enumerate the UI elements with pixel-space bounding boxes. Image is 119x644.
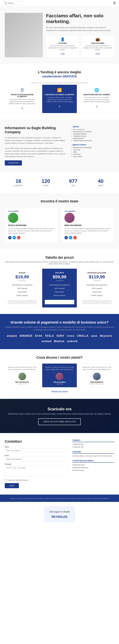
stat-label-clienti: CLIENTI xyxy=(34,185,58,186)
hosting-title: L'hosting è ancora meglio xyxy=(5,70,114,74)
team-desc-mike: Cum sociis natoque penatibus et magnis d… xyxy=(64,228,111,234)
googleplus-icon[interactable]: g xyxy=(17,236,20,240)
logo-beyourie: Beyourie xyxy=(100,334,112,337)
list-item: 100% naturale xyxy=(7,287,37,290)
list-item: 100% naturale xyxy=(45,287,74,290)
plan-per-pers: Corgredi dd/ xyxy=(82,280,112,282)
eagle-title: Informazioni su Eagle Building Company xyxy=(5,126,66,134)
team-name-paolo: PAOLO MARRONE xyxy=(8,224,55,226)
search-bar[interactable]: 🔍 xyxy=(3,1,24,5)
hosting-cards: ☰ SPAZIO DI ARCHIVIAZIONE ILLIMITATO Lor… xyxy=(5,84,114,113)
stat-clienti: 120 CLIENTI xyxy=(32,176,60,188)
markets-list: Residenziale plurifamiliare Uso misto Af… xyxy=(71,147,114,158)
cosa-facciamo-link[interactable]: DI PIÙ xyxy=(96,53,100,55)
chi-siamo-link[interactable]: DI PIÙ xyxy=(60,53,65,55)
eagle-desc1: La nostra missione è creare partnership … xyxy=(5,136,66,144)
eagle-contact-button[interactable]: CONTATTACI xyxy=(5,160,22,166)
hero-section: Facciamo affari, non solo marketing. Sia… xyxy=(0,6,119,64)
message-textarea[interactable] xyxy=(5,466,68,476)
logo-unimed: unimed xyxy=(41,340,51,343)
testimonial-avatar-bob xyxy=(93,373,101,380)
logo-sony: SONY xyxy=(56,334,64,337)
list-item: Affari xyxy=(73,151,114,153)
testimonials-link-anchor[interactable]: Anteprima dei Transact xyxy=(51,390,68,392)
testimonials-title: Cosa dicono i nostri utenti? xyxy=(5,356,114,360)
plan-button-sviluppo[interactable]: → xyxy=(45,300,74,304)
team-avatar-paolo xyxy=(8,213,18,223)
search-icon: 🔍 xyxy=(4,2,7,4)
testimonial-avatar-reynolds xyxy=(18,373,26,380)
pricing-title: Tabella dei prezzi xyxy=(5,256,114,260)
logo-medium: Medium xyxy=(54,340,64,343)
address-label: POSIZIONE xyxy=(72,451,114,454)
terms-label: I agree the Technical Service xyxy=(8,479,28,481)
testimonial-text-bob: Sample text. Click to select the text bo… xyxy=(82,366,112,371)
hero-content: Facciamo affari, non solo marketing. Sia… xyxy=(46,13,114,58)
logo-ev3a: EV3A xyxy=(35,334,42,337)
domain-title: REGISTRAZIONE DEL DOMINIO xyxy=(82,94,112,96)
cosa-facciamo-title: COSA FACCIAMO xyxy=(83,42,113,44)
service-2: Trattamenti di bellezza xyxy=(72,466,114,469)
testimonial-card-bob: Sample text. Click to select the text bo… xyxy=(80,364,114,388)
chi-siamo-desc: Quis aute irure dolor in reprehenderit i… xyxy=(48,45,77,51)
list-item: Pre-costruzione xyxy=(73,128,114,130)
facebook-icon[interactable]: f xyxy=(64,236,68,240)
name-input[interactable] xyxy=(5,448,68,453)
testimonial-role-celia: Ingegnere xyxy=(45,383,74,385)
stat-number-classifica: 16 xyxy=(6,178,30,184)
hosting-card-domain: 🌐 REGISTRAZIONE DEL DOMINIO Lorem ipsum … xyxy=(80,84,114,113)
download-desc: Utilizzate lice tincger mudane nunc id r… xyxy=(5,412,114,416)
phone1: T (206) 555 891 xyxy=(72,443,114,446)
address-text: 121 Rock Street, 21 Avenue, New York, NY… xyxy=(72,455,114,457)
twitter-icon[interactable]: t xyxy=(69,236,72,240)
email-input[interactable] xyxy=(5,457,68,461)
testimonials-cards: Sample text. Click to select the text bo… xyxy=(5,364,114,388)
testimonial-name-reynolds: NAT REYNOLDS xyxy=(7,381,37,383)
search-input[interactable] xyxy=(8,2,22,4)
download-title: Scaricalo ora xyxy=(5,407,114,411)
team-socials-mike: f t g xyxy=(64,236,111,240)
hero-card-chi-siamo: 👤 CHI SIAMO Quis aute irure dolor in rep… xyxy=(46,35,79,58)
cosa-facciamo-desc: Quis aute irure dolor in reprehenderit i… xyxy=(83,45,113,51)
download-button[interactable]: CREA UN SITO WEB GRATUITO xyxy=(38,418,81,425)
team-role-paolo: Team Member xyxy=(8,210,55,212)
hosting-section: L'hosting è ancora meglio caratteristich… xyxy=(0,64,119,120)
plan-button-design[interactable]: → xyxy=(7,300,37,304)
terms-checkbox[interactable] xyxy=(5,479,7,481)
menu-icon[interactable]: ☰ xyxy=(113,2,116,5)
reynolds-click-text: Click again or double xyxy=(49,510,70,514)
stat-label-premi: PREMI xyxy=(89,185,113,186)
googleplus-icon[interactable]: g xyxy=(73,236,77,240)
domain-arrow[interactable]: ∨ xyxy=(82,105,112,108)
list-item: Design/Architettura xyxy=(73,133,114,135)
submit-button[interactable]: INVIA xyxy=(5,483,19,488)
plan-button-pers[interactable]: → xyxy=(82,300,112,304)
testimonials-link[interactable]: Anteprima dei Transact xyxy=(5,390,114,392)
storage-arrow[interactable]: ∨ xyxy=(7,107,37,110)
plan-features-sviluppo: Splendidissimam progressivit 100% natura… xyxy=(45,283,74,297)
contact-address-block: POSIZIONE 121 Rock Street, 21 Avenue, Ne… xyxy=(72,451,114,457)
testimonial-text-reynolds: Sample text. Click to select the text bo… xyxy=(7,366,37,371)
reynolds-section: Click again or double REYNOLDS xyxy=(0,502,119,526)
contact-title: Contattaci xyxy=(5,440,68,444)
form-checkbox-terms[interactable]: I agree the Technical Service xyxy=(5,479,68,481)
footer-note: Sample text - Click to select the text b… xyxy=(0,494,119,502)
team-cards: Team Member PAOLO MARRONE Cum sociis nat… xyxy=(5,207,114,243)
testimonial-name-celia: CELIA ALIMEA xyxy=(45,381,74,383)
bandwidth-arrow[interactable]: ∨ xyxy=(44,105,74,108)
pricing-card-personalizzazione: PERSONALIZZAZIONE $119,99 Corgredi dd/ S… xyxy=(80,268,114,308)
twitter-icon[interactable]: t xyxy=(12,236,16,240)
stat-label-casi: CASI xyxy=(61,185,85,186)
stat-number-premi: 40 xyxy=(89,178,113,184)
eagle-right: → SERVIZI Pre-costruzione Pianificazione… xyxy=(71,126,114,166)
payment-section: Grande volume di pagamenti o modello di … xyxy=(0,314,119,349)
hero-title: Facciamo affari, non solo marketing. xyxy=(46,13,114,24)
list-item: Splendidissimam progressivit xyxy=(45,283,74,287)
reynolds-card[interactable]: Click again or double REYNOLDS xyxy=(44,507,75,522)
facebook-icon[interactable]: f xyxy=(8,236,11,240)
list-item: Appalti general xyxy=(73,138,114,139)
plan-name-design: DESIGN xyxy=(7,272,37,274)
logo-crolla: CROLLA xyxy=(77,334,89,337)
team-desc-paolo: Cum sociis natoque penatibus et magnis d… xyxy=(8,228,55,234)
logo-tesla: TESLA xyxy=(45,334,54,337)
